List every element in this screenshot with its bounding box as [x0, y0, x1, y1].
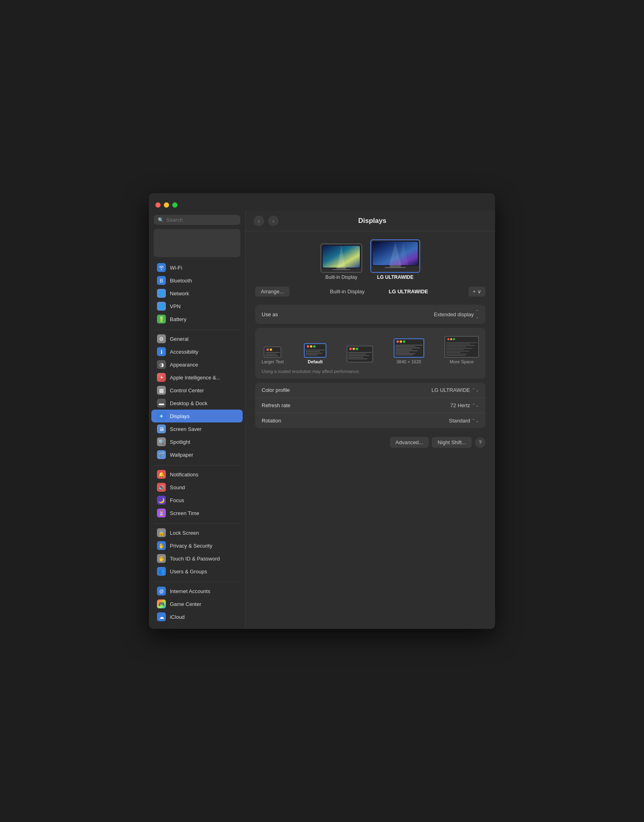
help-button[interactable]: ? [475, 437, 485, 448]
sidebar-label-notifications: Notifications [170, 472, 198, 478]
sidebar-item-desktop-dock[interactable]: ▬ Desktop & Dock [151, 397, 243, 410]
internet-accounts-icon: @ [157, 587, 166, 595]
sidebar-label-network: Network [170, 290, 189, 297]
window-body: 🔍 Wi-Fi [149, 211, 495, 629]
resolution-option-3[interactable]: 3840 × 1620 [394, 338, 424, 364]
svg-rect-28 [348, 355, 369, 356]
sidebar-item-appearance[interactable]: ◑ Appearance [151, 358, 243, 371]
sidebar-item-vpn[interactable]: 🌐 VPN [151, 300, 243, 313]
displays-icon: ☀ [157, 412, 166, 420]
refresh-rate-value: 72 Hertz [450, 402, 470, 408]
svg-rect-14 [265, 354, 277, 354]
user-profile-block[interactable] [154, 229, 240, 257]
focus-icon: 🌙 [157, 496, 166, 505]
sidebar-item-battery[interactable]: 🔋 Battery [151, 313, 243, 326]
sidebar-item-privacy-security[interactable]: ✋ Privacy & Security [151, 539, 243, 552]
back-button[interactable]: ‹ [254, 216, 264, 226]
sidebar-item-icloud[interactable]: ☁ iCloud [151, 610, 243, 623]
builtin-display-thumb[interactable]: Built-in Display [320, 243, 362, 280]
sound-icon: 🔊 [157, 483, 166, 492]
add-display-button[interactable]: + ∨ [469, 286, 485, 297]
svg-rect-34 [395, 345, 423, 346]
minimize-button[interactable] [164, 202, 169, 208]
svg-point-44 [453, 338, 455, 340]
svg-point-32 [400, 340, 402, 343]
svg-rect-41 [395, 355, 413, 356]
sidebar-item-accessibility[interactable]: ℹ Accessibility [151, 345, 243, 358]
res-label-0: Larger Text [262, 359, 284, 364]
sidebar-section-security: 🔒 Lock Screen ✋ Privacy & Security 🖐 Tou… [149, 526, 245, 578]
sidebar-item-control-center[interactable]: ▦ Control Center [151, 384, 243, 397]
sidebar-item-spotlight[interactable]: 🔍 Spotlight [151, 435, 243, 448]
close-button[interactable] [155, 202, 161, 208]
bluetooth-icon: B [157, 276, 166, 285]
forward-button[interactable]: › [268, 216, 279, 226]
sidebar-item-touch-id[interactable]: 🖐 Touch ID & Password [151, 552, 243, 565]
resolution-option-4[interactable]: More Space [444, 336, 479, 364]
arrange-button[interactable]: Arrange... [255, 286, 289, 297]
sidebar-item-lock-screen[interactable]: 🔒 Lock Screen [151, 526, 243, 539]
sidebar-item-screen-saver[interactable]: 🖥 Screen Saver [151, 422, 243, 435]
resolution-option-2[interactable] [347, 346, 373, 364]
sidebar-item-sound[interactable]: 🔊 Sound [151, 481, 243, 494]
sidebar-label-appearance: Appearance [170, 362, 198, 368]
display-names: Built-in Display LG ULTRAWIDE [330, 288, 428, 295]
sidebar-item-focus[interactable]: 🌙 Focus [151, 494, 243, 507]
svg-rect-39 [395, 352, 410, 353]
main-header: ‹ › Displays [246, 211, 495, 231]
svg-rect-13 [265, 352, 280, 353]
sidebar-item-apple-intel[interactable]: ✦ Apple Intelligence &... [151, 371, 243, 384]
sidebar-item-screen-time[interactable]: ⏳ Screen Time [151, 507, 243, 519]
sidebar-label-vpn: VPN [170, 303, 181, 309]
svg-rect-36 [395, 348, 420, 348]
screen-time-icon: ⏳ [157, 509, 166, 517]
svg-rect-21 [305, 353, 322, 354]
svg-rect-38 [395, 350, 418, 351]
color-profile-value-container[interactable]: LG ULTRAWIDE ⌃⌄ [431, 387, 479, 393]
rotation-value-container[interactable]: Standard ⌃⌄ [449, 418, 479, 424]
sidebar-label-screen-time: Screen Time [170, 510, 199, 516]
sidebar-section-notifications: 🔔 Notifications 🔊 Sound 🌙 Focus ⏳ Screen… [149, 468, 245, 519]
sidebar-label-apple-intel: Apple Intelligence &... [170, 375, 221, 381]
sidebar-item-bluetooth[interactable]: B Bluetooth [151, 274, 243, 287]
builtin-display-label: Built-in Display [325, 274, 357, 280]
night-shift-button[interactable]: Night Shift... [432, 437, 472, 448]
sidebar-label-wallpaper: Wallpaper [170, 452, 193, 458]
refresh-rate-row: Refresh rate 72 Hertz ⌃⌄ [255, 398, 485, 413]
svg-rect-15 [265, 355, 278, 356]
sidebar-item-internet-accounts[interactable]: @ Internet Accounts [151, 585, 243, 597]
sidebar-item-notifications[interactable]: 🔔 Notifications [151, 468, 243, 481]
sidebar-item-users-groups[interactable]: 👥 Users & Groups [151, 565, 243, 578]
advanced-button[interactable]: Advanced... [390, 437, 429, 448]
resolution-picker: Larger Text [255, 328, 485, 379]
sidebar-item-game-center[interactable]: 🎮 Game Center [151, 597, 243, 610]
svg-point-23 [349, 348, 352, 350]
color-profile-chevron: ⌃⌄ [472, 387, 479, 393]
search-bar[interactable]: 🔍 [154, 215, 240, 225]
res-label-3: 3840 × 1620 [396, 359, 421, 364]
rotation-chevron: ⌃⌄ [472, 418, 479, 423]
svg-rect-3 [336, 268, 346, 269]
sidebar-label-general: General [170, 336, 188, 342]
svg-rect-19 [305, 350, 325, 350]
titlebar [149, 193, 495, 211]
search-input[interactable] [166, 217, 236, 223]
sidebar-item-displays[interactable]: ☀ Displays [151, 410, 243, 422]
use-as-value-container[interactable]: Extended display ⌃⌄ [434, 309, 479, 319]
sidebar-item-general[interactable]: ⚙ General [151, 332, 243, 345]
svg-rect-22 [305, 354, 318, 355]
sidebar-item-network[interactable]: 🌐 Network [151, 287, 243, 300]
res-preview-3 [394, 338, 424, 358]
lg-display-thumb[interactable]: LG ULTRAWIDE [370, 239, 420, 280]
sidebar-section-system: ⚙ General ℹ Accessibility ◑ Appearance ✦… [149, 332, 245, 461]
color-profile-row: Color profile LG ULTRAWIDE ⌃⌄ [255, 383, 485, 398]
sidebar-item-wallpaper[interactable]: 🪄 Wallpaper [151, 448, 243, 461]
svg-rect-4 [332, 269, 350, 270]
refresh-rate-value-container[interactable]: 72 Hertz ⌃⌄ [450, 402, 479, 408]
resolution-option-0[interactable]: Larger Text [262, 346, 284, 364]
svg-rect-45 [446, 342, 477, 343]
svg-rect-53 [446, 354, 467, 354]
maximize-button[interactable] [172, 202, 178, 208]
resolution-option-1[interactable]: Default [304, 343, 326, 364]
sidebar-item-wifi[interactable]: Wi-Fi [151, 261, 243, 274]
